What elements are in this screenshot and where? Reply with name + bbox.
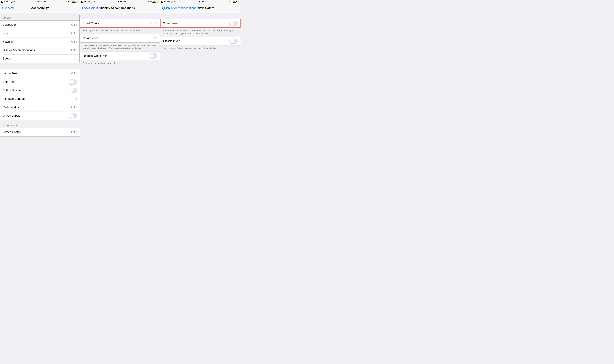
toggle-button-shapes[interactable] [69,88,77,93]
row-speech[interactable]: Speech [0,54,80,63]
row-larger-text[interactable]: Larger Text Off [0,69,80,78]
row-value: Off [71,32,75,35]
row-magnifier[interactable]: Magnifier Off [0,38,80,46]
chevron-right-icon [156,37,157,39]
row-label: Magnifier [3,40,71,43]
back-button[interactable]: Accessibility [82,6,100,10]
cell-signal-icon [11,1,13,2]
back-label: Accessibility [84,6,100,10]
row-label: Color Filters [83,37,151,40]
back-button[interactable]: Display Accommodations [162,6,196,10]
row-button-shapes[interactable]: Button Shapes [0,86,80,95]
chevron-right-icon [76,24,77,26]
row-label: Speech [3,57,76,60]
status-bar: ◀ Search ≙ 10:40 AM ➤ ⎉ ⚡ [0,0,80,3]
row-classic-invert[interactable]: Classic Invert [160,37,241,45]
row-value: Off [71,106,75,109]
row-label: Smart Invert [163,22,229,25]
chevron-right-icon [76,131,77,133]
page-title: Display Accommodations [100,6,135,10]
row-value: Off [71,72,75,75]
row-on-off-labels[interactable]: On/Off Labels [0,112,80,120]
row-label: Classic Invert [163,39,229,43]
section-header-interaction: INTERACTION [0,120,80,128]
row-zoom[interactable]: Zoom Off [0,29,80,38]
chevron-left-icon [162,6,164,10]
row-label: On/Off Labels [3,114,69,117]
row-value: Off [71,40,75,43]
status-bar: ◀ Search ≙ 10:40 AM ➤ ⎉ ⚡ [160,0,241,3]
back-to-app-label[interactable]: Search [84,0,90,3]
wifi-icon: ≙ [174,0,175,3]
back-to-app-label[interactable]: Search [4,0,10,3]
toggle-bold-text[interactable] [69,79,77,85]
nav-bar: General Accessibility [0,3,80,13]
row-color-filters[interactable]: Color Filters Off [80,34,160,42]
location-icon: ➤ [228,0,230,3]
wifi-icon: ≙ [94,0,95,3]
toggle-on-off-labels[interactable] [69,113,77,118]
screen-accessibility: ◀ Search ≙ 10:40 AM ➤ ⎉ ⚡ General Access… [0,0,80,143]
cell-signal-icon [91,1,93,2]
battery-icon [152,1,156,2]
section-header-vision: VISION [0,13,80,20]
row-label: Zoom [3,32,71,35]
row-increase-contrast[interactable]: Increase Contrast [0,95,80,103]
chevron-left-icon [1,6,3,10]
back-to-app-icon[interactable]: ◀ [161,1,164,3]
row-invert-colors[interactable]: Invert Colors Off [80,19,160,27]
content-scroll[interactable]: Invert Colors Off Enabling Invert Colors… [80,13,160,143]
back-button[interactable]: General [1,6,14,10]
wifi-icon: ≙ [13,0,15,3]
status-bar: ◀ Search ≙ 10:40 AM ➤ ⎉ ⚡ [80,0,160,3]
toggle-classic-invert[interactable] [229,39,238,44]
row-voiceover[interactable]: VoiceOver Off [0,21,80,29]
footer-classic-invert: Classic Invert Colors reverses the color… [160,45,241,52]
footer-white-point: Reduce the intensity of bright colors. [80,60,160,66]
row-label: Reduce White Point [83,54,149,58]
chevron-right-icon [76,49,77,51]
row-display-accommodations[interactable]: Display Accommodations Off [0,46,80,54]
location-icon: ➤ [148,0,150,3]
footer-invert: Enabling Invert Colors will automaticall… [80,28,160,34]
chevron-right-icon [76,98,77,100]
chevron-left-icon [82,6,83,10]
row-bold-text[interactable]: Bold Text [0,78,80,86]
back-to-app-icon[interactable]: ◀ [1,1,3,3]
toggle-reduce-white-point[interactable] [149,53,157,58]
footer-smart-invert: Smart Invert Colors reverses the colors … [160,28,241,37]
row-reduce-white-point[interactable]: Reduce White Point [80,52,160,60]
row-label: Display Accommodations [3,49,71,52]
battery-icon [232,1,236,2]
charging-icon: ⚡ [157,0,159,3]
headphones-icon: ⎉ [231,0,232,3]
nav-bar: Display Accommodations Invert Colors [160,3,241,13]
content-scroll[interactable]: VISION VoiceOver Off Zoom Off Magnifier … [0,13,80,143]
row-label: Button Shapes [3,89,69,92]
screen-display-accommodations: ◀ Search ≙ 10:40 AM ➤ ⎉ ⚡ Accessibility … [80,0,160,143]
row-switch-control[interactable]: Switch Control Off [0,128,80,136]
status-time: 10:40 AM [117,0,126,3]
row-value: Off [71,49,75,52]
chevron-right-icon [76,73,77,75]
row-reduce-motion[interactable]: Reduce Motion Off [0,103,80,112]
back-to-app-label[interactable]: Search [164,0,170,3]
screen-invert-colors: ◀ Search ≙ 10:40 AM ➤ ⎉ ⚡ Display Accomm… [160,0,241,143]
headphones-icon: ⎉ [150,0,151,3]
content-scroll[interactable]: Smart Invert Smart Invert Colors reverse… [160,13,241,143]
chevron-right-icon [76,32,77,35]
back-to-app-icon[interactable]: ◀ [81,1,83,3]
charging-icon: ⚡ [237,0,240,3]
row-label: Increase Contrast [3,97,76,101]
battery-icon [72,1,76,2]
status-time: 10:40 AM [37,0,46,3]
back-label: Display Accommodations [164,6,196,10]
status-time: 10:40 AM [197,0,206,3]
row-smart-invert[interactable]: Smart Invert [160,19,241,27]
toggle-smart-invert[interactable] [229,21,238,26]
row-label: Switch Control [3,130,71,134]
footer-filters: Color filters can be used to differentia… [80,43,160,52]
chevron-right-icon [76,58,77,60]
nav-bar: Accessibility Display Accommodations [80,3,160,13]
row-label: Invert Colors [83,22,151,25]
